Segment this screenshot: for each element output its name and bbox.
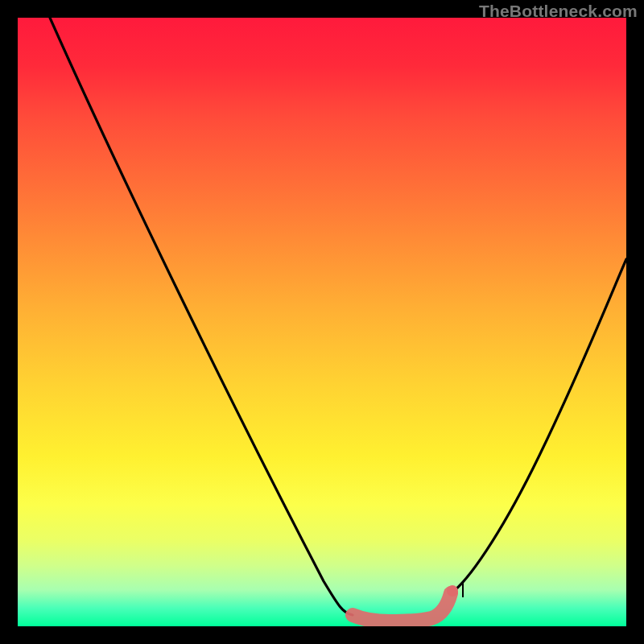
- watermark-text: TheBottleneck.com: [479, 2, 638, 21]
- bottleneck-curve-right: [451, 259, 626, 593]
- plot-area: [18, 18, 626, 626]
- bottleneck-curve-left: [50, 18, 353, 615]
- highlight-band-path: [353, 593, 451, 621]
- chart-frame: TheBottleneck.com: [0, 0, 644, 644]
- curve-layer: [18, 18, 626, 626]
- highlight-dot-icon: [447, 585, 458, 597]
